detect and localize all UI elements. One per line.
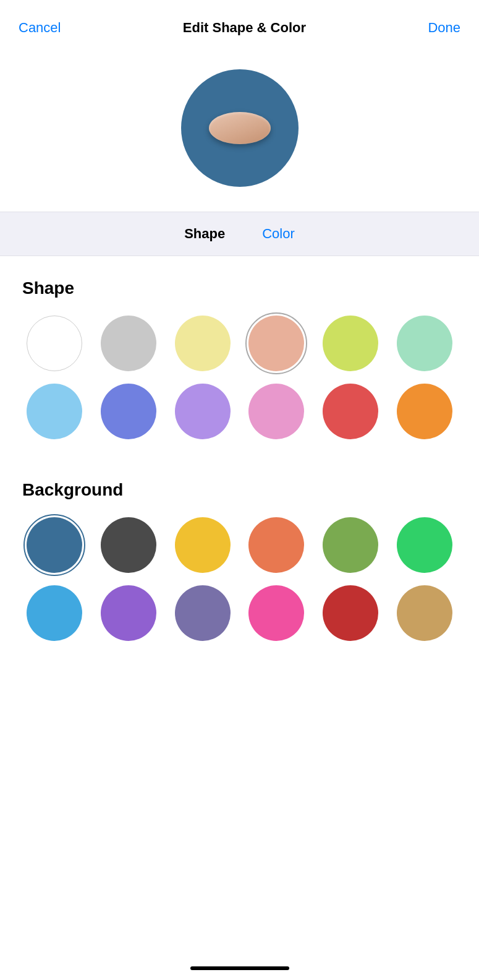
shape-swatch-lavender[interactable] [175, 384, 231, 439]
background-swatch-dark-gray[interactable] [101, 517, 156, 573]
background-color-grid [22, 517, 457, 641]
background-swatch-bright-green[interactable] [397, 517, 452, 573]
background-swatch-hot-pink[interactable] [248, 585, 304, 641]
preview-background-circle [181, 69, 299, 187]
shape-section: Shape [0, 256, 479, 458]
shape-swatch-light-gray[interactable] [101, 316, 156, 371]
done-button[interactable]: Done [428, 17, 460, 38]
tab-color[interactable]: Color [262, 223, 295, 244]
shape-color-grid [22, 316, 457, 439]
shape-swatch-pink[interactable] [248, 384, 304, 439]
shape-swatch-light-yellow[interactable] [175, 316, 231, 371]
shape-swatch-white[interactable] [27, 316, 82, 371]
shape-swatch-red[interactable] [323, 384, 378, 439]
background-section: Background [0, 458, 479, 660]
cancel-button[interactable]: Cancel [19, 17, 61, 38]
shape-swatch-orange[interactable] [397, 384, 452, 439]
shape-swatch-light-blue[interactable] [27, 384, 82, 439]
shape-swatch-light-green[interactable] [323, 316, 378, 371]
background-swatch-salmon[interactable] [248, 517, 304, 573]
background-section-title: Background [22, 480, 457, 500]
preview-shape-pill [209, 112, 271, 144]
background-swatch-dark-blue[interactable] [27, 517, 82, 573]
shape-swatch-mint[interactable] [397, 316, 452, 371]
shape-swatch-peach[interactable] [248, 316, 304, 371]
preview-area [0, 51, 479, 212]
shape-swatch-medium-blue[interactable] [101, 384, 156, 439]
tab-segment: Shape Color [0, 212, 479, 256]
shape-section-title: Shape [22, 278, 457, 298]
background-swatch-sky-blue[interactable] [27, 585, 82, 641]
home-bar [190, 966, 289, 970]
background-swatch-medium-purple[interactable] [175, 585, 231, 641]
tab-shape[interactable]: Shape [184, 223, 225, 244]
background-swatch-tan[interactable] [397, 585, 452, 641]
background-swatch-yellow[interactable] [175, 517, 231, 573]
home-indicator [0, 954, 479, 980]
background-swatch-olive-green[interactable] [323, 517, 378, 573]
page-title: Edit Shape & Color [183, 20, 306, 36]
background-swatch-dark-red[interactable] [323, 585, 378, 641]
background-swatch-purple[interactable] [101, 585, 156, 641]
top-bar: Cancel Edit Shape & Color Done [0, 0, 479, 51]
